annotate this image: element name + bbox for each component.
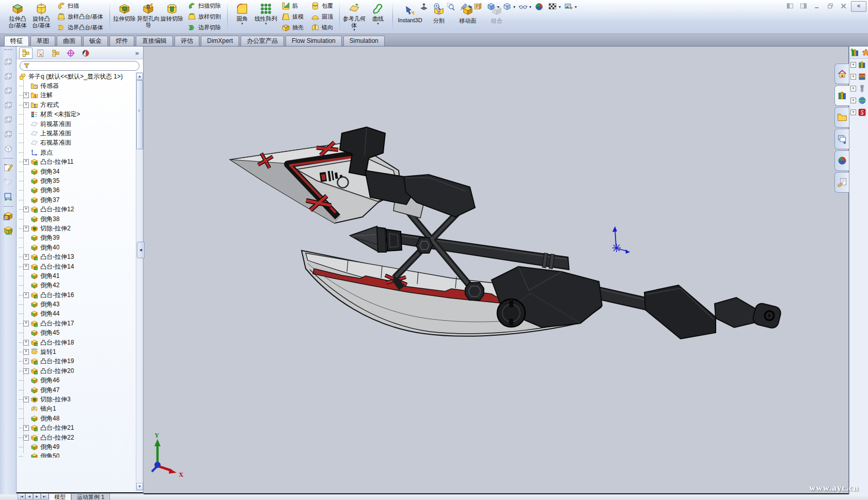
dropdown-arrow-icon[interactable]: ▾ [377, 22, 379, 25]
left-toolbar-sketch-3d-button-9[interactable] [2, 176, 15, 189]
tree-item-倒角43[interactable]: 倒角43 [17, 300, 143, 309]
tree-nav-button-0[interactable]: |◀ [18, 493, 25, 499]
headsup-dropdown-arrow[interactable]: ▾ [559, 5, 561, 9]
ribbon-button-revolve-cut[interactable]: 旋转切除 [160, 1, 184, 33]
tree-item-凸台-拉伸21[interactable]: +凸台-拉伸21 [17, 423, 143, 432]
model-axe[interactable] [230, 127, 782, 339]
taskpane-tab-view-palette[interactable] [834, 129, 849, 149]
minimize-button[interactable] [812, 2, 822, 10]
headsup-dropdown-arrow[interactable]: ▾ [575, 5, 577, 9]
ribbon-button-rib[interactable]: 筋 [279, 1, 306, 11]
tree-item-倒角39[interactable]: 倒角39 [17, 233, 143, 243]
ribbon-button-extrude-boss[interactable]: 拉伸凸台/基体 [6, 1, 29, 33]
tree-item-凸台-拉伸18[interactable]: +凸台-拉伸18 [17, 338, 143, 347]
model-arrowhead-blade[interactable] [230, 127, 475, 223]
taskpane-expand-box[interactable]: + [850, 74, 856, 80]
restore-button[interactable] [825, 2, 835, 10]
configurationmanager-tab[interactable] [49, 48, 62, 59]
taskpane-tab-file-explorer[interactable] [834, 107, 849, 128]
taskpane-tab-custom-properties[interactable] [834, 172, 849, 193]
taskpane-tab-appearances[interactable] [834, 150, 849, 171]
left-toolbar-view-cube-button-3[interactable] [2, 99, 15, 112]
model-housing[interactable] [492, 267, 602, 327]
bottom-tab-运动算例 1[interactable]: 运动算例 1 [71, 493, 110, 500]
tree-item-材质 <未指定>[interactable]: 材质 <未指定> [17, 110, 143, 119]
taskpane-node-design-library[interactable]: + [849, 59, 868, 71]
tree-item-倒角40[interactable]: 倒角40 [17, 243, 143, 252]
ribbon-button-dome[interactable]: 圆顶 [308, 12, 336, 22]
tree-item-倒角42[interactable]: 倒角42 [17, 281, 143, 290]
tree-nav-button-1[interactable]: ◀ [25, 493, 33, 499]
headsup-view-triad-button[interactable] [417, 1, 430, 12]
ribbon-button-sweep-cut[interactable]: 扫描切除 [185, 1, 224, 11]
left-toolbar-extrude-cut-small-button-13[interactable] [2, 224, 15, 237]
tree-item-切除-拉伸2[interactable]: +切除-拉伸2 [17, 224, 143, 233]
tree-nav-button-2[interactable]: ▶ [33, 493, 41, 499]
left-toolbar-convert-entities-button-10[interactable] [2, 190, 15, 204]
tree-item-传感器[interactable]: 传感器 [17, 81, 143, 90]
tree-expand-box[interactable]: + [23, 368, 29, 374]
headsup-apply-scene-button[interactable] [546, 1, 559, 12]
tree-item-凸台-拉伸16[interactable]: +凸台-拉伸16 [17, 290, 143, 300]
headsup-display-style-button[interactable] [500, 1, 513, 12]
command-tab-焊件[interactable]: 焊件 [109, 36, 134, 46]
toggle-right-pane-button[interactable] [798, 2, 809, 10]
ribbon-button-hole-wizard[interactable]: 异型孔向导 [136, 1, 160, 33]
displaymanager-tab[interactable] [79, 48, 92, 59]
tree-item-倒角48[interactable]: 倒角48 [17, 414, 143, 423]
headsup-edit-appearance-button[interactable] [532, 1, 545, 12]
tree-item-镜向1[interactable]: 镜向1 [17, 404, 143, 414]
toggle-left-pane-button[interactable] [785, 2, 795, 10]
command-tab-钣金[interactable]: 钣金 [83, 36, 108, 46]
tree-root-item[interactable]: 斧子q (默认<<默认>_显示状态 1>) [17, 72, 143, 81]
ribbon-button-linear-pattern[interactable]: 线性阵列▾ [254, 1, 278, 33]
tree-item-倒角36[interactable]: 倒角36 [17, 186, 143, 195]
close-button[interactable] [839, 2, 849, 10]
featuremanager-tab[interactable] [19, 48, 33, 59]
tree-scrollbar[interactable]: ▲ ▼ [136, 72, 143, 491]
tree-item-倒角35[interactable]: 倒角35 [17, 176, 143, 185]
tree-item-倒角41[interactable]: 倒角41 [17, 271, 143, 280]
tree-expand-box[interactable]: + [23, 321, 29, 326]
tree-expand-box[interactable]: + [23, 358, 29, 364]
tree-item-倒角45[interactable]: 倒角45 [17, 329, 143, 338]
tree-item-倒角38[interactable]: 倒角38 [17, 214, 143, 224]
ribbon-button-cut-extrude[interactable]: 拉伸切除 [113, 1, 136, 33]
tree-item-原点[interactable]: 原点 [17, 148, 143, 157]
tree-item-凸台-拉伸22[interactable]: +凸台-拉伸22 [17, 433, 143, 442]
headsup-view-orientation-button[interactable] [484, 1, 497, 12]
ribbon-button-boundary[interactable]: 边界凸台/基体 [54, 22, 106, 33]
headsup-view-settings-button[interactable] [562, 1, 575, 12]
left-toolbar-view-cube-button-4[interactable] [2, 113, 15, 127]
headsup-dropdown-arrow[interactable]: ▾ [497, 5, 499, 9]
command-tab-评估[interactable]: 评估 [175, 36, 199, 46]
tree-item-凸台-拉伸19[interactable]: +凸台-拉伸19 [17, 357, 143, 366]
command-tab-Simulation[interactable]: Simulation [343, 36, 385, 46]
ribbon-button-sweep[interactable]: 扫描 [54, 1, 106, 11]
ribbon-button-draft[interactable]: 拔模 [279, 12, 306, 22]
headsup-zoom-fit-button[interactable] [431, 1, 444, 12]
taskpane-tab-home[interactable] [834, 64, 849, 84]
tree-expand-box[interactable]: + [23, 254, 29, 260]
taskpane-collapse-button[interactable]: « [851, 1, 866, 12]
left-toolbar-extrude-boss-small-button-12[interactable] [2, 209, 15, 223]
manager-tabs-overflow[interactable]: » [135, 49, 140, 57]
tree-item-注解[interactable]: +A注解 [17, 91, 143, 100]
tree-item-倒角46[interactable]: 倒角46 [17, 376, 143, 385]
tree-expand-box[interactable]: + [23, 340, 29, 346]
tree-expand-box[interactable]: + [23, 292, 29, 298]
command-tab-直接编辑[interactable]: 直接编辑 [136, 36, 173, 46]
headsup-hide-show-items-button[interactable] [516, 1, 529, 12]
reference-axis-marker[interactable] [612, 226, 630, 254]
tree-item-右视基准面[interactable]: 右视基准面 [17, 138, 143, 148]
tree-item-倒角44[interactable]: 倒角44 [17, 309, 143, 319]
tree-item-凸台-拉伸20[interactable]: +凸台-拉伸20 [17, 366, 143, 376]
tree-expand-box[interactable]: + [23, 264, 29, 270]
filter-input[interactable] [32, 62, 136, 70]
ribbon-button-shell[interactable]: 抽壳 [279, 22, 306, 33]
tree-expand-box[interactable]: + [23, 102, 29, 108]
tree-item-上视基准面[interactable]: 上视基准面 [17, 129, 143, 138]
tree-item-前视基准面[interactable]: 前视基准面 [17, 119, 143, 129]
tree-expand-box[interactable]: + [23, 92, 29, 98]
model-cone-spike[interactable] [350, 226, 402, 252]
